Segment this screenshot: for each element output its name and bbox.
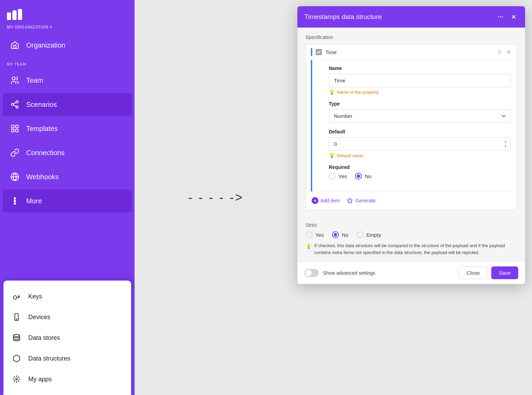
- type-form-group: Type Number Text Boolean Date Array Obje…: [329, 101, 511, 123]
- strict-no-option[interactable]: No: [332, 231, 348, 238]
- specification-label: Specification: [306, 34, 517, 40]
- required-no-option[interactable]: No: [355, 173, 371, 180]
- required-yes-label: Yes: [338, 173, 347, 179]
- radio-inner-dot: [357, 174, 360, 178]
- svg-point-22: [500, 17, 501, 18]
- home-icon: [10, 40, 20, 50]
- svg-rect-7: [11, 125, 14, 128]
- dialog-header: Timestamps data structure: [297, 6, 525, 28]
- default-hint: 💡 Default value.: [329, 153, 511, 158]
- dropdown-arrow-icon: ▾: [50, 25, 52, 30]
- item-checkbox[interactable]: [316, 49, 322, 55]
- sidebar-item-organization[interactable]: Organization: [3, 34, 132, 57]
- sidebar-item-team[interactable]: Team: [3, 69, 132, 92]
- svg-point-21: [498, 17, 499, 18]
- webhooks-icon: [10, 172, 20, 182]
- close-button[interactable]: Close: [459, 266, 487, 279]
- strict-hint-bulb-icon: 💡: [306, 243, 312, 250]
- more-menu-item-my-apps[interactable]: My apps: [3, 369, 131, 389]
- apps-icon: [12, 374, 21, 384]
- svg-point-19: [13, 334, 20, 336]
- svg-point-3: [12, 77, 15, 80]
- logo-icon: [7, 6, 24, 20]
- team-section-label: MY TEAM: [0, 57, 135, 68]
- property-form: Name 💡 Name of the property. Type Number…: [311, 60, 516, 191]
- default-form-group: Default ▲ ▼ 💡 Default value.: [329, 129, 511, 158]
- strict-yes-option[interactable]: Yes: [306, 231, 324, 238]
- more-popup-menu: Keys Devices Data stores Data structures…: [3, 281, 131, 395]
- team-nav-label: Team: [26, 77, 43, 84]
- required-yes-radio[interactable]: [329, 173, 336, 180]
- dialog-body: Specification Time ⠿ ✕: [297, 28, 525, 217]
- strict-empty-option[interactable]: Empty: [357, 231, 381, 238]
- spinner-up-button[interactable]: ▲: [503, 140, 508, 144]
- svg-point-16: [13, 296, 17, 299]
- item-drag-handle[interactable]: ⠿: [497, 48, 502, 56]
- templates-nav-label: Templates: [26, 125, 58, 133]
- svg-point-13: [14, 198, 16, 199]
- required-no-radio[interactable]: [355, 173, 362, 180]
- sidebar-item-scenarios[interactable]: Scenarios: [3, 93, 132, 116]
- strict-yes-label: Yes: [315, 232, 324, 238]
- org-nav-label: Organization: [26, 41, 65, 49]
- users-icon: [10, 75, 20, 85]
- arrow-indicator: - - - - ->: [188, 190, 244, 205]
- more-menu-item-data-stores[interactable]: Data stores: [3, 327, 131, 348]
- more-menu-item-data-structures[interactable]: Data structures: [3, 348, 131, 369]
- sidebar-item-connections[interactable]: Connections: [3, 141, 132, 164]
- save-button[interactable]: Save: [491, 266, 518, 279]
- blue-accent-line: [311, 48, 312, 56]
- svg-rect-9: [16, 129, 18, 132]
- show-advanced-label: Show advanced settings: [323, 270, 375, 276]
- spec-item-row: Time ⠿ ✕: [306, 44, 516, 60]
- default-form-label: Default: [329, 129, 511, 134]
- spinner-down-button[interactable]: ▼: [503, 144, 508, 149]
- more-menu-item-keys[interactable]: Keys: [3, 286, 131, 307]
- strict-yes-radio[interactable]: [306, 231, 313, 238]
- strict-radio-inner-dot: [334, 233, 337, 236]
- more-menu-item-devices[interactable]: Devices: [3, 307, 131, 327]
- svg-point-20: [16, 378, 17, 380]
- org-selector[interactable]: MY ORGANIZATION ▾: [7, 25, 128, 30]
- show-advanced-section: Show advanced settings: [304, 269, 375, 277]
- item-delete-button[interactable]: ✕: [506, 48, 512, 56]
- name-hint: 💡 Name of the property.: [329, 89, 511, 95]
- sidebar-item-webhooks[interactable]: Webhooks: [3, 165, 132, 188]
- default-input[interactable]: [329, 137, 511, 151]
- advanced-toggle[interactable]: [304, 269, 319, 277]
- add-item-button[interactable]: + Add item: [312, 196, 339, 205]
- name-input[interactable]: [329, 74, 511, 87]
- type-select[interactable]: Number Text Boolean Date Array Object: [329, 109, 511, 123]
- dialog-close-button[interactable]: [509, 12, 518, 21]
- dialog-more-button[interactable]: [496, 12, 505, 21]
- generate-button[interactable]: Generate: [346, 196, 375, 205]
- dialog-footer: Show advanced settings Close Save: [297, 261, 525, 284]
- data-stores-icon: [12, 333, 21, 343]
- svg-rect-10: [11, 129, 14, 132]
- strict-no-radio[interactable]: [332, 231, 339, 238]
- key-icon: [12, 292, 21, 301]
- required-form-group: Required Yes No: [329, 164, 511, 180]
- org-label-text: MY ORGANIZATION: [7, 25, 48, 30]
- devices-label: Devices: [28, 314, 50, 321]
- logo-area: [0, 0, 135, 25]
- timestamps-dialog: Timestamps data structure Specification: [297, 6, 525, 284]
- dialog-title: Timestamps data structure: [304, 13, 382, 21]
- data-stores-label: Data stores: [28, 334, 60, 342]
- add-item-plus-icon: +: [312, 197, 318, 204]
- sidebar-item-more[interactable]: More: [3, 190, 132, 212]
- name-form-group: Name 💡 Name of the property.: [329, 65, 511, 95]
- strict-label: Strict: [306, 222, 517, 228]
- name-hint-text: Name of the property.: [337, 90, 380, 95]
- sidebar-item-templates[interactable]: Templates: [3, 117, 132, 140]
- add-item-label: Add item: [321, 198, 339, 203]
- strict-empty-radio[interactable]: [357, 231, 364, 238]
- more-nav-label: More: [26, 197, 42, 205]
- webhooks-nav-label: Webhooks: [26, 173, 59, 181]
- default-input-wrap: ▲ ▼: [329, 137, 511, 151]
- required-yes-option[interactable]: Yes: [329, 173, 347, 180]
- item-name: Time: [325, 49, 497, 55]
- data-structures-icon: [12, 354, 21, 363]
- required-radio-group: Yes No: [329, 173, 511, 180]
- svg-rect-8: [16, 125, 18, 128]
